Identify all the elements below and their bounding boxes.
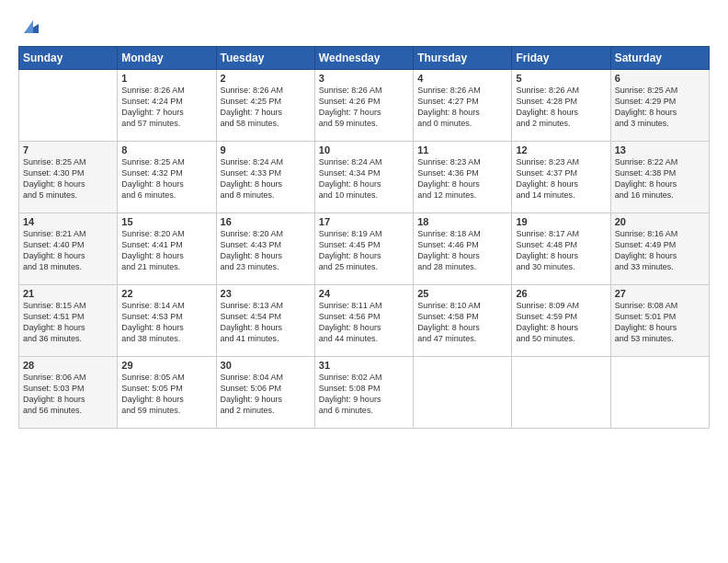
calendar-cell: 9Sunrise: 8:24 AM Sunset: 4:33 PM Daylig… [216, 142, 314, 213]
calendar-cell: 6Sunrise: 8:25 AM Sunset: 4:29 PM Daylig… [610, 70, 709, 142]
col-header-wednesday: Wednesday [314, 47, 413, 70]
calendar-cell [610, 357, 709, 429]
day-number: 7 [23, 144, 113, 155]
cell-content: Sunrise: 8:06 AM Sunset: 5:03 PM Dayligh… [23, 372, 113, 417]
cell-content: Sunrise: 8:21 AM Sunset: 4:40 PM Dayligh… [23, 228, 113, 273]
day-number: 3 [319, 73, 409, 84]
calendar-cell: 31Sunrise: 8:02 AM Sunset: 5:08 PM Dayli… [314, 357, 413, 429]
day-number: 1 [121, 73, 211, 84]
day-number: 11 [417, 144, 507, 155]
day-number: 14 [23, 216, 113, 227]
calendar-cell: 7Sunrise: 8:25 AM Sunset: 4:30 PM Daylig… [19, 142, 118, 213]
day-number: 28 [23, 360, 113, 371]
day-number: 31 [319, 360, 409, 371]
cell-content: Sunrise: 8:14 AM Sunset: 4:53 PM Dayligh… [121, 300, 211, 345]
calendar-cell: 20Sunrise: 8:16 AM Sunset: 4:49 PM Dayli… [610, 213, 709, 285]
day-number: 9 [221, 144, 311, 155]
cell-content: Sunrise: 8:23 AM Sunset: 4:36 PM Dayligh… [417, 156, 507, 201]
calendar-cell: 10Sunrise: 8:24 AM Sunset: 4:34 PM Dayli… [314, 142, 413, 213]
col-header-sunday: Sunday [19, 47, 118, 70]
calendar-cell: 26Sunrise: 8:09 AM Sunset: 4:59 PM Dayli… [512, 285, 610, 357]
header [18, 15, 710, 37]
calendar-cell: 18Sunrise: 8:18 AM Sunset: 4:46 PM Dayli… [414, 213, 512, 285]
cell-content: Sunrise: 8:02 AM Sunset: 5:08 PM Dayligh… [319, 372, 409, 417]
logo [18, 15, 42, 37]
page: SundayMondayTuesdayWednesdayThursdayFrid… [0, 0, 728, 563]
cell-content: Sunrise: 8:25 AM Sunset: 4:29 PM Dayligh… [615, 85, 705, 130]
calendar-header-row: SundayMondayTuesdayWednesdayThursdayFrid… [19, 47, 710, 70]
calendar-cell: 23Sunrise: 8:13 AM Sunset: 4:54 PM Dayli… [216, 285, 314, 357]
cell-content: Sunrise: 8:16 AM Sunset: 4:49 PM Dayligh… [615, 228, 705, 273]
day-number: 6 [615, 73, 705, 84]
week-row-3: 21Sunrise: 8:15 AM Sunset: 4:51 PM Dayli… [19, 285, 710, 357]
week-row-4: 28Sunrise: 8:06 AM Sunset: 5:03 PM Dayli… [19, 357, 710, 429]
calendar-cell: 2Sunrise: 8:26 AM Sunset: 4:25 PM Daylig… [216, 70, 314, 142]
day-number: 25 [417, 288, 507, 299]
day-number: 20 [615, 216, 705, 227]
day-number: 30 [221, 360, 311, 371]
cell-content: Sunrise: 8:26 AM Sunset: 4:24 PM Dayligh… [121, 85, 211, 130]
calendar-cell: 17Sunrise: 8:19 AM Sunset: 4:45 PM Dayli… [314, 213, 413, 285]
day-number: 2 [221, 73, 311, 84]
day-number: 5 [516, 73, 606, 84]
cell-content: Sunrise: 8:26 AM Sunset: 4:27 PM Dayligh… [417, 85, 507, 130]
logo-icon [20, 15, 42, 37]
calendar-cell: 5Sunrise: 8:26 AM Sunset: 4:28 PM Daylig… [512, 70, 610, 142]
calendar-cell: 14Sunrise: 8:21 AM Sunset: 4:40 PM Dayli… [19, 213, 118, 285]
calendar-cell: 13Sunrise: 8:22 AM Sunset: 4:38 PM Dayli… [610, 142, 709, 213]
day-number: 24 [319, 288, 409, 299]
calendar-cell: 16Sunrise: 8:20 AM Sunset: 4:43 PM Dayli… [216, 213, 314, 285]
cell-content: Sunrise: 8:20 AM Sunset: 4:41 PM Dayligh… [121, 228, 211, 273]
cell-content: Sunrise: 8:20 AM Sunset: 4:43 PM Dayligh… [221, 228, 311, 273]
cell-content: Sunrise: 8:13 AM Sunset: 4:54 PM Dayligh… [221, 300, 311, 345]
calendar-cell [414, 357, 512, 429]
cell-content: Sunrise: 8:15 AM Sunset: 4:51 PM Dayligh… [23, 300, 113, 345]
col-header-tuesday: Tuesday [216, 47, 314, 70]
day-number: 23 [221, 288, 311, 299]
cell-content: Sunrise: 8:10 AM Sunset: 4:58 PM Dayligh… [417, 300, 507, 345]
day-number: 18 [417, 216, 507, 227]
day-number: 16 [221, 216, 311, 227]
day-number: 22 [121, 288, 211, 299]
calendar-cell: 27Sunrise: 8:08 AM Sunset: 5:01 PM Dayli… [610, 285, 709, 357]
cell-content: Sunrise: 8:26 AM Sunset: 4:26 PM Dayligh… [319, 85, 409, 130]
calendar-cell: 30Sunrise: 8:04 AM Sunset: 5:06 PM Dayli… [216, 357, 314, 429]
day-number: 27 [615, 288, 705, 299]
cell-content: Sunrise: 8:04 AM Sunset: 5:06 PM Dayligh… [221, 372, 311, 417]
calendar-cell: 24Sunrise: 8:11 AM Sunset: 4:56 PM Dayli… [314, 285, 413, 357]
day-number: 13 [615, 144, 705, 155]
cell-content: Sunrise: 8:24 AM Sunset: 4:33 PM Dayligh… [221, 156, 311, 201]
col-header-thursday: Thursday [414, 47, 512, 70]
day-number: 21 [23, 288, 113, 299]
calendar-cell: 1Sunrise: 8:26 AM Sunset: 4:24 PM Daylig… [118, 70, 216, 142]
cell-content: Sunrise: 8:23 AM Sunset: 4:37 PM Dayligh… [516, 156, 606, 201]
calendar-cell: 3Sunrise: 8:26 AM Sunset: 4:26 PM Daylig… [314, 70, 413, 142]
day-number: 19 [516, 216, 606, 227]
calendar-cell [19, 70, 118, 142]
day-number: 4 [417, 73, 507, 84]
cell-content: Sunrise: 8:08 AM Sunset: 5:01 PM Dayligh… [615, 300, 705, 345]
cell-content: Sunrise: 8:19 AM Sunset: 4:45 PM Dayligh… [319, 228, 409, 273]
day-number: 10 [319, 144, 409, 155]
week-row-2: 14Sunrise: 8:21 AM Sunset: 4:40 PM Dayli… [19, 213, 710, 285]
day-number: 26 [516, 288, 606, 299]
calendar-cell: 29Sunrise: 8:05 AM Sunset: 5:05 PM Dayli… [118, 357, 216, 429]
calendar-cell: 25Sunrise: 8:10 AM Sunset: 4:58 PM Dayli… [414, 285, 512, 357]
calendar-cell: 11Sunrise: 8:23 AM Sunset: 4:36 PM Dayli… [414, 142, 512, 213]
calendar-cell: 4Sunrise: 8:26 AM Sunset: 4:27 PM Daylig… [414, 70, 512, 142]
cell-content: Sunrise: 8:09 AM Sunset: 4:59 PM Dayligh… [516, 300, 606, 345]
week-row-0: 1Sunrise: 8:26 AM Sunset: 4:24 PM Daylig… [19, 70, 710, 142]
day-number: 17 [319, 216, 409, 227]
cell-content: Sunrise: 8:24 AM Sunset: 4:34 PM Dayligh… [319, 156, 409, 201]
calendar-cell [512, 357, 610, 429]
cell-content: Sunrise: 8:11 AM Sunset: 4:56 PM Dayligh… [319, 300, 409, 345]
day-number: 15 [121, 216, 211, 227]
calendar-table: SundayMondayTuesdayWednesdayThursdayFrid… [18, 46, 710, 429]
week-row-1: 7Sunrise: 8:25 AM Sunset: 4:30 PM Daylig… [19, 142, 710, 213]
cell-content: Sunrise: 8:18 AM Sunset: 4:46 PM Dayligh… [417, 228, 507, 273]
calendar-cell: 8Sunrise: 8:25 AM Sunset: 4:32 PM Daylig… [118, 142, 216, 213]
calendar-cell: 12Sunrise: 8:23 AM Sunset: 4:37 PM Dayli… [512, 142, 610, 213]
calendar-cell: 19Sunrise: 8:17 AM Sunset: 4:48 PM Dayli… [512, 213, 610, 285]
cell-content: Sunrise: 8:25 AM Sunset: 4:30 PM Dayligh… [23, 156, 113, 201]
svg-marker-1 [24, 20, 33, 33]
